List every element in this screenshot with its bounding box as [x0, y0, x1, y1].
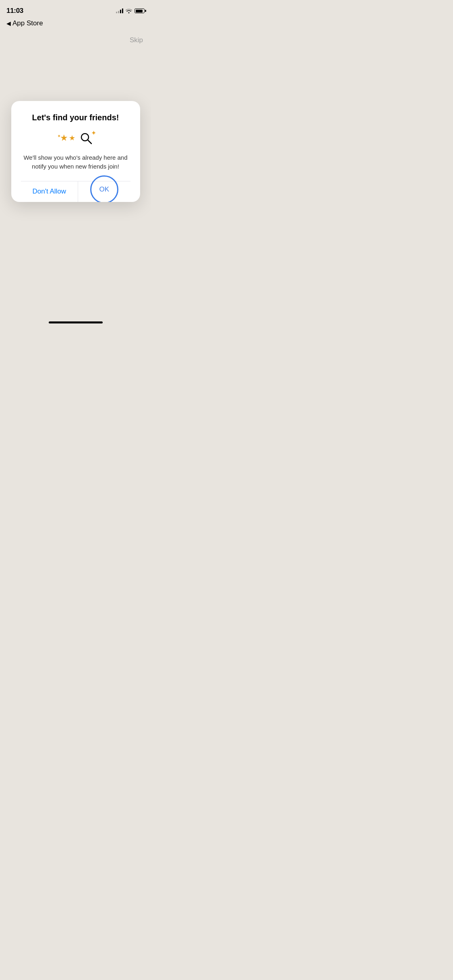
dialog-icon-area: ✦ ★ ★ ✦ [21, 131, 130, 145]
dialog-title: Let's find your friends! [21, 112, 130, 123]
ok-wrapper: OK [78, 176, 130, 202]
star-medium-icon: ★ [69, 134, 75, 142]
sparkle-icon: ✦ [91, 129, 96, 137]
dialog-card: Let's find your friends! ✦ ★ ★ ✦ We'll s… [11, 101, 140, 202]
star-large-icon: ★ [60, 133, 68, 143]
dont-allow-button[interactable]: Don't Allow [21, 182, 78, 201]
search-sparkle-icon: ✦ [79, 131, 94, 145]
ok-button[interactable]: OK [90, 175, 118, 202]
dialog-body: We'll show you who's already here and no… [21, 153, 130, 171]
dialog-actions: Don't Allow OK [21, 181, 130, 202]
stars-cluster: ✦ ★ ★ [57, 133, 75, 143]
svg-line-1 [88, 140, 91, 144]
home-indicator [49, 321, 103, 323]
main-content: Let's find your friends! ✦ ★ ★ ✦ We'll s… [0, 0, 151, 327]
